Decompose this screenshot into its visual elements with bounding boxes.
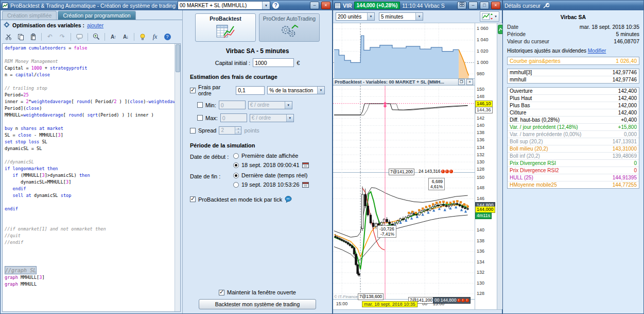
function-icon[interactable]: fx — [149, 31, 161, 42]
add-variable-link[interactable]: ajouter — [87, 22, 103, 28]
chart-type-button[interactable]: ▼ — [480, 11, 499, 22]
code-line[interactable]: SL = close - MMHULL[3] — [5, 132, 174, 139]
code-line[interactable]: endif — [5, 206, 174, 212]
chevron-down-icon[interactable]: ▼ — [317, 87, 324, 94]
spin-up-icon[interactable]: ▲ — [235, 127, 241, 130]
keep-open-checkbox[interactable]: ✓ — [219, 290, 224, 295]
grid-view-icon[interactable] — [457, 2, 466, 9]
close-button[interactable]: × — [321, 2, 330, 9]
code-line[interactable]: inner = 2*weightedaverage[ round( Period… — [5, 98, 174, 105]
code-line[interactable]: // trailing stop — [5, 85, 174, 92]
code-line[interactable]: graph MMHULL — [5, 281, 174, 288]
code-line[interactable]: set stop loss SL — [5, 139, 174, 145]
details-window-titlebar[interactable]: Détails curseur — [503, 1, 643, 10]
maximize-button[interactable]: □ — [480, 2, 489, 9]
code-line[interactable]: //dynamicSL — [5, 159, 174, 166]
start-date-radio[interactable] — [233, 162, 239, 168]
code-line[interactable]: //quit — [5, 233, 174, 239]
chevron-down-icon[interactable]: ▼ — [415, 13, 423, 20]
variables-panel-header[interactable]: ProBacktest - Variables: 00 MARKET + SL … — [333, 78, 475, 86]
code-line[interactable]: defparam cumulateorders = false — [5, 45, 174, 52]
code-line[interactable]: n = capital/close — [5, 72, 174, 78]
end-date-radio[interactable] — [233, 182, 239, 188]
code-line[interactable] — [5, 52, 174, 58]
time-axis[interactable]: 15:00mar. 18 sept. 2018 10:350015:00 — [333, 299, 475, 309]
popout-icon[interactable]: ❐ — [458, 79, 465, 85]
fee-max-checkbox[interactable] — [197, 115, 203, 121]
end-last-option[interactable]: Dernière date (temps réel) — [233, 172, 309, 178]
code-line[interactable] — [5, 259, 174, 266]
end-date-option[interactable]: 19 sept. 2018 10:53:26 — [233, 181, 309, 188]
code-line[interactable] — [5, 78, 174, 85]
code-line[interactable] — [5, 219, 174, 226]
wrench-icon[interactable] — [543, 3, 549, 9]
help-circle-icon[interactable]: ? — [162, 31, 173, 42]
editor-window-titlebar[interactable]: ProBacktest & Trading Automatique - Créa… — [1, 1, 332, 10]
code-line[interactable]: sell at dynamicSL stop — [5, 192, 174, 199]
fee-per-order-input[interactable] — [236, 86, 265, 95]
code-line[interactable] — [5, 246, 174, 253]
chevron-down-icon[interactable]: ▼ — [285, 102, 292, 109]
calendar-icon[interactable] — [302, 181, 309, 188]
code-line[interactable]: dynamicSL = SL — [5, 145, 174, 152]
chevron-down-icon[interactable]: ▼ — [262, 2, 270, 9]
spread-checkbox[interactable] — [190, 128, 196, 134]
scrollbar-thumb[interactable] — [176, 44, 180, 72]
capital-input[interactable] — [253, 58, 294, 67]
chevron-down-icon[interactable]: ▼ — [367, 13, 374, 20]
tick-mode-checkbox[interactable]: ✓ — [190, 196, 196, 202]
comment-icon[interactable] — [74, 31, 85, 42]
paste-icon[interactable] — [27, 31, 39, 42]
code-line[interactable]: //if onmarket[1] and not onmarket then — [5, 226, 174, 233]
price-axis[interactable]: 1 0601 0401 0201 000980150148146,10144,3… — [475, 23, 497, 309]
units-select[interactable]: 200 unités ▼ — [336, 12, 375, 21]
trading-system-select[interactable]: 00 MARKET + SL (MMHULL) ▼ — [178, 1, 270, 10]
font-decrease-icon[interactable]: A↓ — [120, 31, 131, 42]
code-line[interactable]: dynamicSL=MMHULL[3] — [5, 179, 174, 186]
hint-lightbulb-icon[interactable] — [137, 31, 148, 42]
end-last-radio[interactable] — [233, 173, 239, 178]
fee-min-unit-select[interactable]: € / ordre ▼ — [248, 101, 292, 109]
code-line[interactable]: if longonmarket then — [5, 166, 174, 172]
calendar-icon[interactable] — [302, 162, 309, 168]
stepper-arrows[interactable]: ▲▼ — [235, 127, 241, 134]
copy-icon[interactable] — [15, 31, 26, 42]
tab-proorder-autotrading[interactable]: ProOrder AutoTrading — [259, 13, 320, 42]
code-line[interactable] — [5, 152, 174, 159]
minimize-button[interactable]: – — [468, 2, 478, 9]
chart-plot-column[interactable]: ProBacktest - Variables: 00 MARKET + SL … — [333, 23, 475, 309]
chevron-down-icon[interactable]: ▼ — [494, 15, 497, 18]
zoom-in-icon[interactable] — [91, 31, 102, 42]
code-line[interactable]: MMHULL=weightedaverage[ round( sqrt(Peri… — [5, 112, 174, 119]
fee-unit-select[interactable]: % de la transaction ▼ — [267, 86, 325, 94]
code-line[interactable]: //endif — [5, 239, 174, 246]
code-line[interactable]: buy n shares at market — [5, 125, 174, 132]
code-line[interactable]: graph MMHULL[3] — [5, 274, 174, 281]
fee-min-input[interactable] — [219, 101, 246, 109]
price-candlestick-chart[interactable] — [333, 172, 475, 299]
code-line[interactable]: Period](close) — [5, 105, 174, 112]
code-line[interactable] — [5, 199, 174, 206]
fee-max-unit-select[interactable]: € / ordre ▼ — [250, 114, 294, 122]
redo-icon[interactable]: ↷ — [57, 31, 68, 42]
chevron-down-icon[interactable]: ▼ — [286, 114, 293, 122]
cut-icon[interactable] — [3, 31, 14, 42]
minimize-button[interactable]: – — [310, 2, 319, 9]
code-line[interactable]: Capital = 1000 + strategyprofit — [5, 65, 174, 72]
undo-icon[interactable]: ↶ — [44, 31, 56, 42]
spread-stepper[interactable]: 2 ▲▼ — [219, 126, 241, 135]
start-date-option[interactable]: 18 sept. 2018 09:00:41 — [233, 162, 309, 168]
code-line[interactable]: Period=25 — [5, 92, 174, 98]
code-editor[interactable]: defparam cumulateorders = false REM Mone… — [2, 43, 181, 312]
equity-curve-chart[interactable] — [333, 23, 475, 78]
fee-per-order-checkbox[interactable]: ✓ — [190, 88, 196, 93]
chart-area[interactable]: ProBacktest - Variables: 00 MARKET + SL … — [333, 23, 502, 309]
help-icon[interactable]: ? — [272, 2, 279, 9]
close-button[interactable]: × — [491, 2, 500, 9]
backtest-button[interactable]: Backtester mon système de trading — [199, 299, 316, 309]
timeframe-select[interactable]: 5 minutes ▼ — [379, 12, 423, 21]
code-line[interactable]: REM Money Management — [5, 58, 174, 65]
start-first-option[interactable]: Première date affichée — [233, 153, 309, 159]
fee-max-input[interactable] — [220, 113, 247, 122]
tab-programming-creation[interactable]: Création par programmation — [58, 11, 135, 20]
